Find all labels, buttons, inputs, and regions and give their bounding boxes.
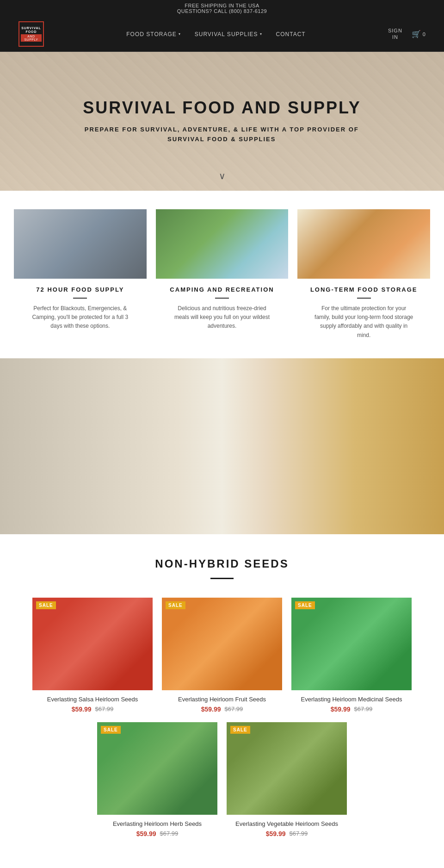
- categories-section: 72 HOUR FOOD SUPPLY Perfect for Blackout…: [0, 191, 444, 358]
- nav-contact[interactable]: CONTACT: [276, 31, 306, 37]
- original-price: $67.99: [95, 706, 114, 712]
- category-image-longterm: [297, 209, 430, 279]
- category-desc-72hour: Perfect for Blackouts, Emergencies, & Ca…: [29, 304, 131, 331]
- product-card-medicinal[interactable]: SALE Everlasting Heirloom Medicinal Seed…: [291, 598, 412, 713]
- product-name-fruit: Everlasting Heirloom Fruit Seeds: [162, 696, 282, 703]
- product-image-herb: SALE: [97, 722, 217, 815]
- category-desc-camping: Delicious and nutritious freeze-dried me…: [171, 304, 273, 331]
- product-prices-medicinal: $59.99 $67.99: [291, 706, 412, 713]
- product-name-medicinal: Everlasting Heirloom Medicinal Seeds: [291, 696, 412, 703]
- sale-badge: SALE: [295, 601, 315, 609]
- hero-content: SURVIVAL FOOD AND SUPPLY PREPARE FOR SUR…: [83, 98, 361, 144]
- sale-price: $59.99: [266, 830, 286, 837]
- site-header: SURVIVAL FOOD AND SUPPLY FOOD STORAGE ▾ …: [0, 17, 444, 52]
- shipping-text: FREE SHIPPING IN THE USA: [0, 3, 444, 8]
- product-card-vegetable[interactable]: SALE Everlasting Vegetable Heirloom Seed…: [227, 722, 347, 837]
- original-price: $67.99: [160, 830, 179, 837]
- product-name-herb: Everlasting Heirloom Herb Seeds: [97, 820, 217, 827]
- sale-badge: SALE: [166, 601, 185, 609]
- category-divider: [357, 298, 371, 299]
- product-card-salsa[interactable]: SALE Everlasting Salsa Heirloom Seeds $5…: [32, 598, 153, 713]
- logo[interactable]: SURVIVAL FOOD AND SUPPLY: [18, 21, 44, 47]
- seeds-section: NON-HYBRID SEEDS SALE Everlasting Salsa …: [0, 534, 444, 856]
- product-card-herb[interactable]: SALE Everlasting Heirloom Herb Seeds $59…: [97, 722, 217, 837]
- product-name-vegetable: Everlasting Vegetable Heirloom Seeds: [227, 820, 347, 827]
- sale-price: $59.99: [72, 706, 92, 713]
- logo-box: SURVIVAL FOOD AND SUPPLY: [18, 21, 44, 47]
- original-price: $67.99: [354, 706, 373, 712]
- seeds-products-grid: SALE Everlasting Salsa Heirloom Seeds $5…: [14, 598, 430, 837]
- seeds-section-divider: [210, 578, 234, 579]
- product-name-salsa: Everlasting Salsa Heirloom Seeds: [32, 696, 153, 703]
- product-image-vegetable: SALE: [227, 722, 347, 815]
- category-divider: [73, 298, 87, 299]
- product-card-fruit[interactable]: SALE Everlasting Heirloom Fruit Seeds $5…: [162, 598, 282, 713]
- phone-text: QUESTIONS? CALL (800) 837-6129: [0, 8, 444, 14]
- category-image-camping: [156, 209, 289, 279]
- product-image-fruit: SALE: [162, 598, 282, 690]
- seeds-section-title: NON-HYBRID SEEDS: [14, 557, 430, 570]
- sale-price: $59.99: [201, 706, 221, 713]
- category-72hour[interactable]: 72 HOUR FOOD SUPPLY Perfect for Blackout…: [14, 209, 147, 340]
- hero-subtitle: PREPARE FOR SURVIVAL, ADVENTURE, & LIFE …: [83, 125, 360, 144]
- original-price: $67.99: [225, 706, 243, 712]
- category-desc-longterm: For the ultimate protection for your fam…: [313, 304, 415, 340]
- category-title-longterm: LONG-TERM FOOD STORAGE: [297, 286, 430, 293]
- product-image-salsa: SALE: [32, 598, 153, 690]
- featured-section: FEATURED PRODUCTS WISEFIRE 1 GALLON 60 C…: [0, 856, 444, 868]
- original-price: $67.99: [290, 830, 308, 837]
- main-nav: FOOD STORAGE ▾ SURVIVAL SUPPLIES ▾ CONTA…: [126, 31, 305, 37]
- top-bar: FREE SHIPPING IN THE USA QUESTIONS? CALL…: [0, 0, 444, 17]
- logo-line1: SURVIVAL FOOD: [21, 26, 42, 34]
- category-image-72hour: [14, 209, 147, 279]
- nav-food-storage[interactable]: FOOD STORAGE ▾: [126, 31, 180, 37]
- chevron-down-icon: ▾: [260, 32, 262, 36]
- sale-badge: SALE: [230, 726, 250, 734]
- category-title-72hour: 72 HOUR FOOD SUPPLY: [14, 286, 147, 293]
- product-prices-salsa: $59.99 $67.99: [32, 706, 153, 713]
- seeds-banner-image: [0, 358, 444, 534]
- category-camping[interactable]: CAMPING AND RECREATION Delicious and nut…: [156, 209, 289, 340]
- hero-section: SURVIVAL FOOD AND SUPPLY PREPARE FOR SUR…: [0, 52, 444, 191]
- chevron-down-icon: ▾: [179, 32, 181, 36]
- cart-count: 0: [423, 31, 426, 37]
- scroll-down-icon[interactable]: ∨: [219, 170, 226, 181]
- sale-price: $59.99: [331, 706, 351, 713]
- sign-in-button[interactable]: SIGNIN: [388, 28, 402, 40]
- sale-badge: SALE: [36, 601, 56, 609]
- cart-icon: 🛒: [412, 30, 421, 38]
- product-prices-herb: $59.99 $67.99: [97, 830, 217, 837]
- header-right: SIGNIN 🛒 0: [388, 28, 426, 40]
- product-image-medicinal: SALE: [291, 598, 412, 690]
- sale-badge: SALE: [101, 726, 121, 734]
- category-title-camping: CAMPING AND RECREATION: [156, 286, 289, 293]
- category-longterm[interactable]: LONG-TERM FOOD STORAGE For the ultimate …: [297, 209, 430, 340]
- category-divider: [215, 298, 229, 299]
- hero-title: SURVIVAL FOOD AND SUPPLY: [83, 98, 361, 118]
- product-prices-fruit: $59.99 $67.99: [162, 706, 282, 713]
- sale-price: $59.99: [136, 830, 156, 837]
- product-prices-vegetable: $59.99 $67.99: [227, 830, 347, 837]
- logo-line2: AND SUPPLY: [21, 34, 42, 42]
- cart-button[interactable]: 🛒 0: [412, 30, 426, 38]
- nav-survival-supplies[interactable]: SURVIVAL SUPPLIES ▾: [195, 31, 262, 37]
